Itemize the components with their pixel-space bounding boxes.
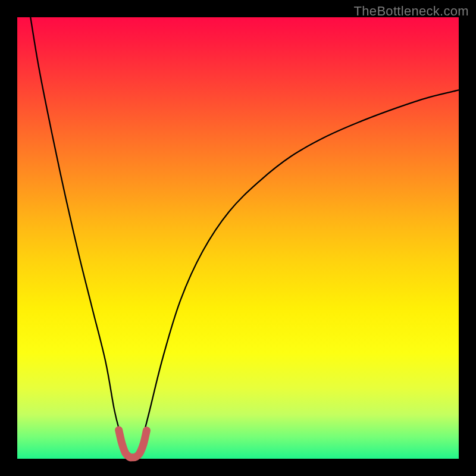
- watermark-label: TheBottleneck.com: [354, 4, 469, 19]
- curve-right-branch: [139, 90, 459, 456]
- curve-valley-highlight: [119, 430, 147, 458]
- plot-area: [17, 17, 459, 459]
- curve-left-branch: [30, 17, 126, 456]
- chart-svg: [17, 17, 459, 459]
